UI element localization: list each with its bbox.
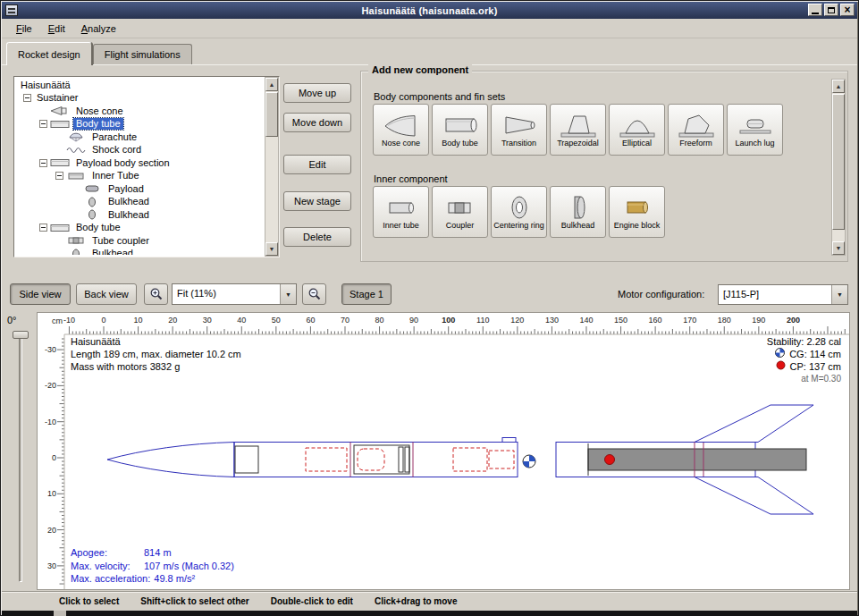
tree-item-parachute[interactable]: Parachute — [16, 131, 263, 144]
svg-text:100: 100 — [442, 316, 455, 325]
tree-item-body-tube[interactable]: Body tube — [16, 118, 263, 131]
engine-block-icon — [619, 194, 656, 221]
palette-item-label: Engine block — [614, 222, 661, 231]
add-coupler-button[interactable]: Coupler — [432, 186, 488, 238]
chevron-down-icon[interactable]: ▼ — [280, 284, 296, 304]
component-tree[interactable]: HaisunäätäSustainerNose coneBody tubePar… — [16, 79, 263, 255]
scroll-up-icon[interactable]: ▲ — [832, 80, 845, 93]
back-view-button[interactable]: Back view — [76, 283, 137, 305]
palette-item-label: Elliptical — [622, 139, 652, 148]
tree-item-nose-cone[interactable]: Nose cone — [16, 105, 263, 118]
zoom-in-button[interactable] — [144, 283, 168, 305]
zoom-level-combobox[interactable]: Fit (11%) ▼ — [172, 283, 297, 305]
palette-item-label: Inner tube — [383, 222, 419, 231]
edit-button[interactable]: Edit — [283, 155, 351, 174]
tab-bar: Rocket designFlight simulations — [2, 39, 857, 65]
side-view-button[interactable]: Side view — [10, 283, 71, 305]
palette-item-label: Trapezoidal — [557, 139, 599, 148]
magnifier-plus-icon — [149, 287, 164, 301]
tree-expander-icon[interactable] — [39, 224, 47, 232]
add-transition-button[interactable]: Transition — [491, 104, 547, 156]
tab-rocket-design[interactable]: Rocket design — [6, 42, 92, 65]
move-up-button[interactable]: Move up — [283, 83, 351, 103]
tree-scrollbar[interactable]: ▲ ▼ — [265, 77, 279, 257]
svg-text:80: 80 — [375, 316, 384, 325]
tree-expander-spacer — [39, 107, 47, 115]
tree-item-bulkhead[interactable]: Bulkhead — [16, 208, 263, 222]
action-buttons: Move upMove downEditNew stageDelete — [283, 83, 351, 247]
tree-item-sustainer[interactable]: Sustainer — [16, 92, 263, 105]
zoom-out-button[interactable] — [302, 283, 326, 305]
tree-item-haisun-t[interactable]: Haisunäätä — [16, 79, 263, 92]
new-stage-button[interactable]: New stage — [283, 191, 351, 211]
rocket-drawing[interactable] — [107, 405, 813, 514]
rocket-info-line: Mass with motors 3832 g — [71, 360, 241, 373]
payload-shape — [358, 449, 384, 470]
palette-scrollbar-thumb[interactable] — [832, 94, 845, 230]
add-elliptical-button[interactable]: Elliptical — [609, 104, 665, 156]
tree-item-tube-coupler[interactable]: Tube coupler — [16, 234, 263, 248]
add-launch-lug-button[interactable]: Launch lug — [727, 104, 783, 156]
flight-stat-row: Max. acceleration:49.8 m/s² — [71, 572, 234, 586]
tree-item-shock-cord[interactable]: Shock cord — [16, 144, 263, 157]
add-inner-tube-button[interactable]: Inner tube — [373, 186, 429, 238]
tree-item-payload-body-section[interactable]: Payload body section — [16, 156, 263, 170]
tree-item-bulkhead[interactable]: Bulkhead — [16, 248, 263, 256]
flight-stat-row: Apogee:814 m — [71, 546, 234, 560]
tree-item-label: Bulkhead — [105, 209, 152, 221]
palette-item-label: Nose cone — [382, 139, 420, 148]
tree-item-label: Shock cord — [89, 144, 144, 156]
rotation-slider-track[interactable] — [19, 333, 22, 582]
move-down-button[interactable]: Move down — [283, 113, 351, 132]
add-nose-cone-button[interactable]: Nose cone — [373, 104, 429, 156]
rotation-slider-handle[interactable] — [13, 331, 29, 339]
tree-expander-icon[interactable] — [39, 120, 47, 128]
add-engine-block-button[interactable]: Engine block — [609, 186, 665, 238]
svg-text:50: 50 — [272, 316, 281, 325]
motor-shape — [588, 449, 806, 470]
menu-item-analyze[interactable]: Analyze — [74, 21, 123, 37]
tree-expander-icon[interactable] — [55, 172, 63, 180]
tree-item-inner-tube[interactable]: Inner Tube — [16, 170, 263, 183]
stability-value: Stability: 2.28 cal — [767, 335, 841, 348]
rotation-angle-label: 0° — [7, 315, 17, 325]
tab-flight-simulations[interactable]: Flight simulations — [93, 44, 192, 65]
body-tube-icon — [50, 119, 70, 130]
tree-item-payload[interactable]: Payload — [16, 182, 263, 196]
add-trapezoidal-button[interactable]: Trapezoidal — [550, 104, 606, 156]
resize-grip[interactable] — [54, 611, 66, 616]
add-body-tube-button[interactable]: Body tube — [432, 104, 488, 156]
flight-stat-value: 107 m/s (Mach 0.32) — [144, 560, 234, 573]
svg-text:20: 20 — [168, 316, 177, 325]
menu-item-edit[interactable]: Edit — [41, 21, 72, 37]
tree-item-label: Body tube — [73, 118, 123, 130]
bulkhead-shape — [405, 447, 409, 472]
add-centering-ring-button[interactable]: Centering ring — [491, 186, 547, 238]
body-tube-icon — [442, 112, 479, 139]
scroll-down-icon[interactable]: ▼ — [832, 241, 845, 255]
tree-expander-icon[interactable] — [39, 159, 47, 167]
tree-item-body-tube[interactable]: Body tube — [16, 222, 263, 235]
window-title: Haisunäätä (haisunaata.ork) — [2, 5, 857, 16]
tree-item-bulkhead[interactable]: Bulkhead — [16, 196, 263, 209]
minimize-button[interactable] — [808, 4, 822, 16]
palette-scrollbar[interactable]: ▲ ▼ — [831, 79, 846, 256]
add-bulkhead-button[interactable]: Bulkhead — [550, 186, 606, 238]
menu-item-file[interactable]: File — [9, 21, 39, 37]
svg-text:20: 20 — [47, 526, 56, 535]
chevron-down-icon[interactable]: ▼ — [831, 285, 847, 304]
tree-expander-spacer — [72, 211, 80, 219]
delete-button[interactable]: Delete — [283, 227, 351, 247]
stage-1-toggle[interactable]: Stage 1 — [341, 283, 392, 305]
tree-scrollbar-thumb[interactable] — [265, 92, 278, 137]
motor-configuration-combobox[interactable]: [J115-P] ▼ — [718, 284, 848, 305]
window-menu-icon[interactable] — [5, 4, 18, 16]
tree-expander-icon[interactable] — [23, 94, 31, 102]
scroll-down-icon[interactable]: ▼ — [265, 242, 278, 256]
close-button[interactable]: × — [840, 4, 855, 16]
svg-text:200: 200 — [787, 316, 800, 325]
add-freeform-button[interactable]: Freeform — [668, 104, 724, 156]
scroll-up-icon[interactable]: ▲ — [265, 78, 278, 91]
maximize-button[interactable] — [824, 4, 838, 16]
palette-item-label: Launch lug — [735, 139, 774, 148]
